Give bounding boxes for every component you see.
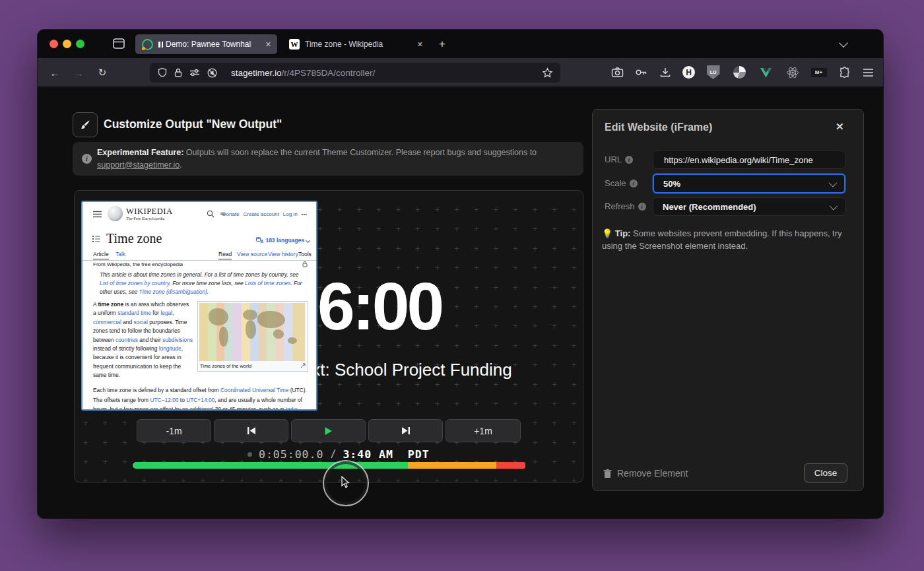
previous-cue-button[interactable] [214, 419, 288, 442]
back-button[interactable]: ← [47, 65, 63, 81]
next-cue-button[interactable] [368, 419, 443, 442]
wiki-contents-icon[interactable] [92, 236, 100, 242]
edit-website-panel: Edit Website (iFrame) ✕ URLi Scalei 50% … [592, 109, 864, 491]
inline-link[interactable]: commercial [93, 319, 121, 325]
close-window-button[interactable] [50, 40, 58, 48]
download-icon[interactable] [657, 64, 673, 81]
close-button[interactable]: Close [804, 463, 847, 483]
inline-link[interactable]: legal [160, 310, 172, 316]
text-run: Tip: [615, 228, 631, 238]
url-field[interactable] [653, 151, 845, 169]
inline-link[interactable]: Lists of time zones [245, 280, 290, 286]
password-key-icon[interactable] [633, 64, 649, 81]
wiki-donate-link[interactable]: Donate [222, 211, 240, 217]
wiki-more-icon[interactable]: ••• [302, 211, 307, 217]
tab-title: Time zone - Wikipedia [305, 40, 397, 49]
reload-button[interactable]: ↻ [94, 65, 110, 81]
mouse-cursor-icon [341, 476, 351, 489]
inline-link[interactable]: longitude [159, 345, 182, 352]
tab-stagetimer[interactable]: Demo: Pawnee Townhall | Con ✕ [135, 34, 277, 54]
wiki-languages[interactable]: 183 languages [256, 237, 310, 244]
inline-link[interactable]: List of time zones by country [100, 280, 170, 286]
menu-hamburger-icon[interactable] [860, 64, 876, 81]
text-run: time zone [98, 301, 123, 308]
plus-1m-button[interactable]: +1m [446, 419, 521, 442]
play-icon [324, 426, 333, 436]
screenshot-camera-icon[interactable] [609, 64, 626, 81]
inline-link[interactable]: UTC−12:00 [150, 397, 178, 403]
wiki-tab-viewhistory[interactable]: View history [268, 251, 298, 257]
remove-element-button[interactable]: Remove Element [603, 468, 688, 479]
forward-button[interactable]: → [71, 65, 86, 81]
customize-output-icon [73, 112, 98, 137]
extension-h-icon[interactable]: H [680, 64, 697, 81]
vue-devtools-icon[interactable] [758, 64, 774, 81]
progress-segment-green [133, 462, 408, 469]
time-separator: / [330, 448, 336, 460]
minus-1m-button[interactable]: -1m [137, 419, 211, 442]
permissions-icon[interactable] [189, 67, 201, 78]
inline-link[interactable]: countries [116, 337, 138, 343]
tab-close-icon[interactable]: ✕ [259, 40, 277, 49]
url-text[interactable]: stagetimer.io/r/4PS785DA/controller/ [231, 68, 375, 78]
react-devtools-icon[interactable] [784, 64, 801, 81]
url-input[interactable] [663, 154, 836, 166]
shield-icon[interactable] [157, 67, 168, 78]
text-run: . For more time zone lists, see [170, 280, 246, 286]
lock-icon[interactable] [174, 67, 183, 78]
scale-label: Scalei [605, 178, 638, 188]
tab-close-icon[interactable]: ✕ [411, 40, 429, 49]
wiki-search-icon[interactable] [207, 210, 214, 218]
wall-clock: 3:40 AM PDT [343, 448, 429, 461]
wiki-create-account-link[interactable]: Create account [244, 211, 279, 217]
wiki-wordmark: WIKIPEDIA [126, 207, 172, 217]
wiki-map-thumbnail[interactable]: Time zones of the world [197, 301, 308, 372]
zoom-window-button[interactable] [76, 40, 84, 48]
browser-window: Demo: Pawnee Townhall | Con ✕ W Time zon… [38, 30, 883, 518]
wiki-tab-talk[interactable]: Talk [116, 251, 125, 257]
inline-link[interactable]: Coordinated Universal Time [220, 387, 288, 393]
new-tab-button[interactable]: + [439, 38, 446, 51]
inline-link[interactable]: Time zone (disambiguation) [139, 288, 207, 295]
text-run: Each time zone is defined by a standard … [93, 387, 220, 393]
url-bar[interactable]: stagetimer.io/r/4PS785DA/controller/ [150, 63, 560, 83]
chevron-down-icon [829, 178, 838, 187]
wiki-protection-lock-icon [302, 261, 308, 267]
bookmark-star-icon[interactable] [542, 67, 553, 79]
extension-swirl-icon[interactable] [731, 64, 748, 81]
wiki-iframe-preview[interactable]: WIKIPEDIA The Free Encyclopedia ∞ Donate… [81, 201, 317, 411]
wiki-tab-tools[interactable]: Tools [298, 251, 312, 257]
extension-m-plus-icon[interactable]: M+ [810, 64, 827, 81]
wiki-nav-links: Donate Create account Log in ••• [222, 211, 307, 217]
inline-link[interactable]: UTC+14:00 [186, 397, 214, 403]
list-all-tabs-chevron-icon[interactable] [840, 40, 847, 46]
extension-lo-shield-icon[interactable]: LO [705, 64, 721, 81]
countdown-timer: 6:00 [317, 273, 442, 340]
inline-link[interactable]: support@stagetimer.io [97, 160, 180, 170]
scale-select[interactable]: 50% [653, 174, 845, 193]
inline-link[interactable]: social [133, 319, 147, 325]
desktop-wallpaper: Demo: Pawnee Townhall | Con ✕ W Time zon… [0, 0, 924, 571]
timezone-map-image [199, 303, 305, 361]
play-button[interactable] [291, 419, 366, 442]
extensions-puzzle-icon[interactable] [836, 64, 853, 81]
wiki-login-link[interactable]: Log in [283, 211, 298, 217]
wiki-menu-icon[interactable] [93, 211, 102, 218]
enlarge-icon[interactable] [300, 363, 306, 368]
panel-close-icon[interactable]: ✕ [836, 121, 844, 133]
firefox-view-icon[interactable] [112, 36, 126, 53]
wikipedia-favicon: W [289, 39, 300, 50]
inline-link[interactable]: India [286, 406, 298, 411]
autoplay-blocked-icon[interactable] [207, 67, 218, 79]
remove-element-label: Remove Element [617, 468, 688, 479]
tab-bar: Demo: Pawnee Townhall | Con ✕ W Time zon… [38, 30, 883, 58]
skip-back-icon [247, 426, 256, 435]
inline-link[interactable]: standard time [117, 310, 151, 316]
tab-wikipedia[interactable]: W Time zone - Wikipedia ✕ [282, 34, 429, 54]
refresh-select[interactable]: Never (Recommended) [653, 197, 845, 216]
inline-link[interactable]: subdivisions [162, 337, 193, 343]
minimize-window-button[interactable] [63, 40, 71, 48]
wiki-tab-viewsource[interactable]: View source [237, 251, 267, 257]
wiki-tab-article[interactable]: Article [93, 251, 109, 259]
wiki-tab-read[interactable]: Read [218, 251, 232, 259]
